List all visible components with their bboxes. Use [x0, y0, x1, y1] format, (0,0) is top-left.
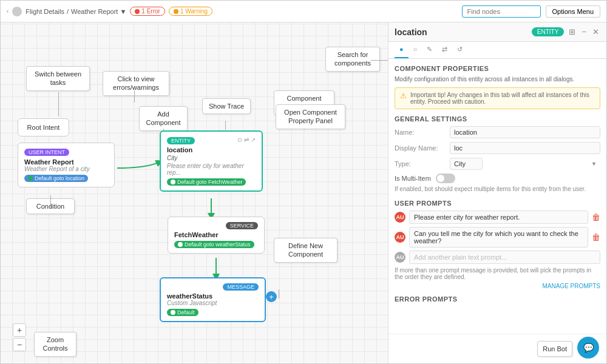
warning-badge[interactable]: 1 Warning — [169, 7, 212, 16]
canvas-area[interactable]: Switch between tasks Click to view error… — [1, 22, 388, 363]
tab-circle[interactable]: ○ — [409, 42, 422, 58]
prompt-text-1[interactable]: Please enter city for weather report. — [409, 211, 588, 224]
general-settings: General Settings Name: Display Name: Typ… — [395, 115, 600, 192]
connector-dot — [171, 310, 175, 315]
type-field-row: Type: City Text Number Date ▼ — [395, 158, 600, 170]
type-label: Type: — [395, 160, 446, 167]
node-root-intent[interactable]: Root Intent — [18, 118, 69, 136]
node-weather-status[interactable]: MESSAGE weatherStatus Custom Javascript … — [160, 277, 266, 322]
callout-define-new-component: Define New Component — [274, 238, 337, 263]
zoom-out-button[interactable]: − — [13, 338, 26, 351]
name-field-row: Name: — [395, 126, 600, 138]
prompt-hint: If more than one prompt message is provi… — [395, 267, 600, 280]
connector-dot — [28, 176, 33, 181]
callout-switch-tasks: Switch between tasks — [26, 66, 90, 91]
run-bot-icon: 💬 — [583, 343, 594, 352]
toggle-hint: If enabled, bot should expect multiple i… — [395, 186, 600, 192]
callout-component-property: Component Property Panel — [274, 90, 334, 115]
options-menu-button[interactable]: Options Menu — [546, 5, 600, 18]
fetch-weather-connector[interactable]: Default goto weatherStatus — [174, 241, 254, 248]
breadcrumb-back-icon[interactable]: ‹ — [7, 8, 8, 15]
connector-dot — [171, 180, 175, 184]
run-bot-container: Run Bot 💬 — [388, 334, 606, 363]
name-label: Name: — [395, 129, 446, 136]
component-properties-title: COMPONENT PROPERTIES — [395, 65, 600, 72]
breadcrumb-current: Weather Report — [71, 8, 118, 15]
manage-prompts-link[interactable]: MANAGE PROMPTS — [395, 283, 600, 289]
connector-label: Default goto location — [35, 175, 84, 181]
panel-tabs: ● ○ ✎ ⇄ ↺ — [388, 42, 606, 59]
node-weather-report[interactable]: USER INTENT Weather Report Weather Repor… — [18, 143, 115, 187]
location-placeholder: Please enter city for weather rep... — [167, 163, 256, 176]
panel-expand-button[interactable]: ⊞ — [568, 26, 577, 38]
fetch-weather-header: SERVICE — [174, 222, 258, 229]
weather-status-title: weatherStatus — [167, 292, 259, 300]
dropdown-icon: ▼ — [120, 8, 126, 15]
zoom-controls: + − — [13, 323, 26, 351]
message-badge: MESSAGE — [223, 283, 259, 291]
location-type: City — [167, 155, 256, 161]
breadcrumb-parent[interactable]: Flight Details — [25, 8, 64, 15]
select-arrow-icon: ▼ — [591, 161, 597, 167]
error-badge[interactable]: 1 Error — [130, 7, 165, 16]
weather-report-dropdown[interactable]: Weather Report ▼ — [71, 8, 126, 15]
settings-icon[interactable]: ⊙ — [237, 136, 242, 143]
share-icon[interactable]: ↗ — [251, 136, 256, 143]
warning-count: 1 Warning — [180, 8, 208, 15]
prompt-text-2[interactable]: Can you tell me the city for which you w… — [409, 227, 588, 248]
prompt-placeholder-text[interactable]: Add another plain text prompt... — [409, 251, 600, 264]
prompt-avatar-1: AU — [395, 212, 405, 223]
panel-title: location — [395, 27, 427, 37]
top-bar: ‹ Flight Details / Weather Report ▼ 1 Er… — [1, 1, 606, 22]
tab-edit[interactable]: ✎ — [422, 42, 437, 58]
prompt-avatar-add: AU — [395, 252, 405, 263]
connector-label: Default goto weatherStatus — [185, 241, 251, 248]
user-intent-badge: USER INTENT — [24, 149, 69, 156]
node-location[interactable]: ENTITY ⊙ ⇄ ↗ location City Please enter … — [160, 130, 263, 192]
prompt-avatar-2: AU — [395, 232, 405, 243]
zoom-in-button[interactable]: + — [13, 323, 26, 337]
warning-icon: ⚠ — [400, 92, 407, 100]
name-input[interactable] — [450, 126, 600, 138]
error-dot — [135, 9, 140, 14]
run-bot-button[interactable]: 💬 — [577, 337, 599, 359]
line-errors-warnings — [134, 90, 135, 103]
display-name-label: Display Name: — [395, 144, 446, 152]
link-icon[interactable]: ⇄ — [244, 136, 249, 143]
root-intent-label: Root Intent — [27, 124, 60, 131]
search-input[interactable] — [462, 5, 541, 18]
line-condition — [50, 195, 51, 207]
location-header: ENTITY ⊙ ⇄ ↗ — [167, 136, 256, 144]
tab-refresh[interactable]: ↺ — [452, 42, 467, 58]
line-switch-tasks — [58, 92, 59, 116]
add-node-button[interactable]: + — [266, 291, 277, 302]
callout-show-trace: Show Trace — [202, 98, 251, 114]
tab-transfer[interactable]: ⇄ — [437, 42, 452, 58]
type-select[interactable]: City Text Number Date — [450, 158, 483, 170]
multi-item-toggle-row: Is Multi-Item — [395, 174, 600, 183]
main-content: Switch between tasks Click to view error… — [1, 22, 606, 363]
location-connector[interactable]: Default goto FetchWeather — [167, 178, 246, 186]
panel-minimize-button[interactable]: − — [580, 26, 588, 38]
weather-status-header: MESSAGE — [167, 283, 259, 291]
weather-report-connector[interactable]: Default goto location — [24, 175, 88, 182]
display-name-input[interactable] — [450, 142, 600, 154]
multi-item-toggle[interactable] — [436, 174, 455, 183]
run-bot-bar: Run Bot 💬 — [388, 334, 606, 363]
panel-header-right: ENTITY ⊞ − ✕ — [532, 26, 600, 38]
line-define-new-component — [279, 289, 279, 298]
callout-search-components: Search for components — [325, 47, 380, 72]
component-description: Modify configuration of this entity acro… — [395, 76, 600, 83]
line-show-trace — [225, 121, 226, 130]
prompt-delete-1[interactable]: 🗑 — [592, 212, 600, 222]
tab-properties[interactable]: ● — [395, 42, 409, 58]
top-bar-left: ‹ Flight Details / Weather Report ▼ 1 Er… — [7, 7, 457, 16]
node-fetch-weather[interactable]: SERVICE FetchWeather Default goto weathe… — [168, 217, 265, 254]
prompt-item-add: AU Add another plain text prompt... — [395, 251, 600, 264]
user-prompts-section: User Prompts AU Please enter city for we… — [395, 200, 600, 303]
prompt-item-1: AU Please enter city for weather report.… — [395, 211, 600, 224]
prompt-delete-2[interactable]: 🗑 — [592, 232, 600, 242]
callout-add-component: Add Component — [139, 106, 188, 131]
weather-status-connector[interactable]: Default — [167, 309, 198, 316]
panel-close-button[interactable]: ✕ — [591, 26, 600, 38]
